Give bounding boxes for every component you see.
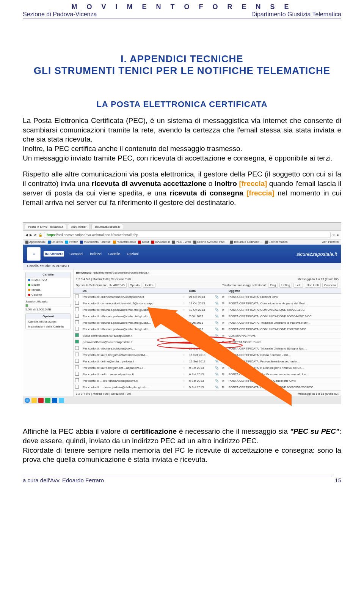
bookmark[interactable]: Twitter — [65, 240, 78, 244]
appendix-title-2: GLI STRUMENTI TENICI PER LE NOTIFICHE TE… — [23, 65, 341, 77]
table-row[interactable]: Per conto di: laura.bergamo@ordineavvoca… — [74, 352, 341, 358]
bookmark[interactable]: Linkedin — [48, 240, 63, 244]
checkbox-icon[interactable] — [75, 346, 79, 350]
delete-button[interactable]: Cancella — [322, 283, 338, 288]
p2-d: inoltro — [215, 179, 237, 187]
table-row[interactable]: Per conto di: ordin…avvocatipadova.it☆6 … — [74, 371, 341, 378]
pager-bottom[interactable]: 1 2 3 4 5 6 | Mostra Tutti | Seleziona T… — [76, 392, 131, 395]
browser-tab[interactable]: sicurezzapostale.it — [91, 224, 123, 229]
start-icon[interactable] — [25, 398, 30, 403]
table-row[interactable]: Per conto di: ordine@ordineavvocatipadov… — [74, 294, 341, 300]
back-icon[interactable]: ◀ — [25, 233, 28, 237]
checkbox-icon[interactable] — [75, 294, 79, 298]
para1-p1: La Posta Elettronica Certificata (PEC), … — [23, 117, 341, 143]
unread-button[interactable]: Non Letti — [305, 283, 321, 288]
para1-p2: Inoltre, la PEC certifica anche il conte… — [23, 145, 242, 153]
sidebar-folders-title: Cartelle — [26, 272, 71, 277]
p3-b: certificazione — [131, 427, 177, 435]
footer-author: a cura dell'Avv. Edoardo Ferraro — [23, 476, 332, 483]
av-icon[interactable] — [38, 398, 44, 403]
nav-inbox[interactable]: IN ARRIVO — [44, 251, 64, 257]
bookmark[interactable]: PEC - Web — [172, 240, 191, 244]
bookmark[interactable]: Servicematica — [265, 240, 287, 244]
checkbox-icon[interactable] — [75, 365, 79, 369]
table-row[interactable]: Per conto di: tribunale.bologna@civil…☆2… — [74, 345, 341, 352]
sidebar-options-title: Opzioni — [26, 314, 71, 319]
checkbox-icon[interactable] — [75, 333, 79, 337]
checkbox-icon[interactable] — [75, 372, 79, 376]
p3-f: Ricordate di tenere sempre nella memoria… — [23, 446, 341, 464]
table-row[interactable]: Per conto di: tribunale.padova@civile.pt… — [74, 326, 341, 332]
checkbox-icon[interactable] — [75, 340, 79, 343]
table-row[interactable]: Per conto di …@ordineavvocatipadova.it☆5… — [74, 378, 341, 384]
table-row[interactable]: Per conto di: comunicazionidiservizio2@s… — [74, 300, 341, 307]
header-right: Dipartimento Giustizia Telematica — [251, 11, 341, 18]
taskbar — [23, 397, 341, 404]
app-icon[interactable] — [52, 398, 57, 403]
table-row[interactable]: posta-certificata@sicurezzapostale.it☆28… — [74, 339, 341, 345]
flag-button[interactable]: Flag — [268, 283, 278, 288]
reload-icon[interactable]: ⟳ — [34, 233, 37, 237]
explorer-icon[interactable] — [31, 398, 37, 403]
checkbox-icon[interactable] — [75, 314, 79, 318]
table-row[interactable]: Per conto di: tribunale.padova@civile.pt… — [74, 307, 341, 313]
opt-change-settings[interactable]: Cambia Impostazioni — [26, 319, 71, 324]
msg-count-bottom: Messaggi da 1 a 13 (totale 82) — [298, 392, 339, 395]
bookmark[interactable]: Movimento Forense — [80, 240, 111, 244]
address-bar[interactable]: https://ordineavvocatipadova.webmailpec.… — [44, 232, 331, 238]
page-number: 15 — [335, 477, 341, 483]
checkbox-icon[interactable] — [75, 301, 79, 305]
table-row[interactable]: Per conto di: ordine@ordin…padova.it☆12 … — [74, 358, 341, 365]
space-label: Spazio utilizzato: — [25, 300, 71, 303]
checkbox-icon[interactable] — [75, 353, 79, 356]
bookmark[interactable]: Avvocato.it — [151, 240, 170, 244]
nav-folders[interactable]: Cartelle — [107, 251, 122, 257]
brand-label: sicurezzapostale.it — [297, 251, 337, 257]
lock-icon: 🔒 — [38, 233, 42, 237]
space-value: 5.5% di 1.000.0MB — [25, 308, 71, 311]
header-left: Sezione di Padova-Vicenza — [23, 11, 97, 18]
nav-addresses[interactable]: Indirizzi — [88, 251, 103, 257]
dest-select[interactable]: IN ARRIVO — [108, 283, 127, 288]
menu-icon[interactable]: ≡ — [337, 233, 339, 237]
checkbox-icon[interactable] — [75, 385, 79, 389]
browser-tab[interactable]: Posta in arrivo - edoardo.f — [25, 224, 66, 229]
folder-drafts[interactable]: Bozze — [26, 282, 71, 287]
folder-trash[interactable]: Cestino — [26, 292, 71, 297]
p3-d: "PEC su PEC" — [290, 427, 339, 435]
star-icon[interactable]: ☆ — [332, 233, 335, 237]
folder-inbox[interactable]: IN ARRIVO — [26, 277, 71, 282]
bookmark[interactable]: Klout — [138, 240, 149, 244]
bookmark[interactable]: Altri Preferiti — [322, 240, 339, 244]
nav-options[interactable]: Opzioni — [126, 251, 140, 257]
table-row[interactable]: Per conto di: …unale.padova@civile.ptel.… — [74, 384, 341, 390]
nav-compose[interactable]: Componi — [68, 251, 85, 257]
app-icon[interactable] — [45, 398, 50, 403]
unflag-button[interactable]: Unflag — [279, 283, 292, 288]
bookmarks-bar: Applicazioni Linkedin Twitter Movimento … — [23, 239, 341, 245]
checkbox-icon[interactable] — [75, 378, 79, 382]
logo-stamp: ✉ — [27, 247, 41, 261]
forward-button[interactable]: Inoltra — [143, 283, 155, 288]
table-row[interactable]: posta-certificata@sicurezzapostale.it☆28… — [74, 332, 341, 339]
checkbox-icon[interactable] — [75, 320, 79, 324]
bookmark[interactable]: redactribunale — [113, 240, 136, 244]
table-row[interactable]: Per conto di: tribunale.padova@civile.pt… — [74, 313, 341, 320]
table-row[interactable]: Per conto di: tribunale.padova@civile.pt… — [74, 320, 341, 326]
browser-tab[interactable]: (59) Twitter — [68, 224, 90, 229]
pager-top[interactable]: 1 2 3 4 5 6 | Mostra Tutti | Seleziona T… — [76, 277, 131, 281]
checkbox-icon[interactable] — [75, 307, 79, 311]
checkbox-icon[interactable] — [75, 359, 79, 363]
message-table: Da Data Oggetto Per conto di: ordine@ord… — [74, 288, 341, 390]
forward-icon[interactable]: ▶ — [30, 233, 32, 237]
read-button[interactable]: Letti — [293, 283, 303, 288]
table-row[interactable]: Per conto di: laura.bergamo@…atipadova1.… — [74, 365, 341, 371]
bookmark[interactable]: Applicazioni — [25, 240, 46, 244]
skype-icon[interactable] — [59, 398, 64, 403]
move-button[interactable]: Sposta — [128, 283, 141, 288]
checkbox-icon[interactable] — [75, 327, 79, 331]
folder-sent[interactable]: Inviata — [26, 287, 71, 292]
bookmark[interactable]: Ordine Avvocati Pad… — [193, 240, 228, 244]
bookmark[interactable]: Tribunale Ordinario… — [230, 240, 262, 244]
opt-folder-settings[interactable]: Impostazioni della Cartella — [26, 324, 71, 329]
